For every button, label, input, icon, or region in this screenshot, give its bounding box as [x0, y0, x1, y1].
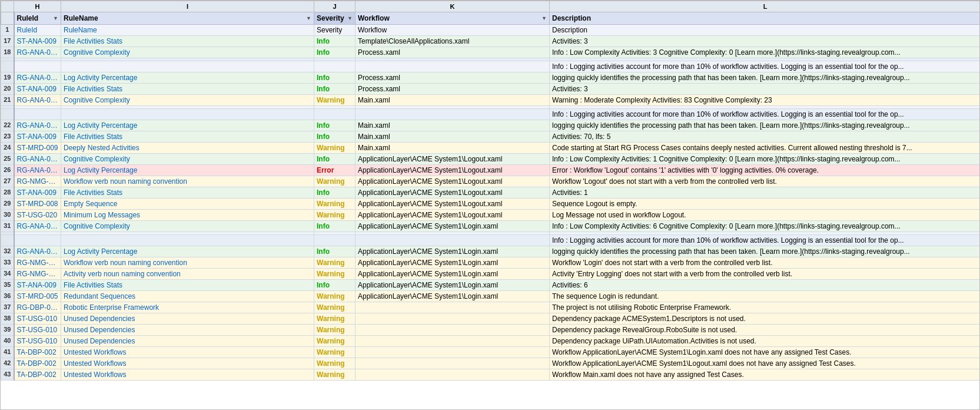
cell-rulename: File Activities Stats: [61, 84, 314, 95]
table-row: 30ST-USG-020Minimum Log MessagesWarningA…: [1, 210, 981, 221]
row-number: 18: [1, 47, 14, 58]
cell-ruleid: TA-DBP-002: [14, 369, 61, 381]
table-row: 25RG-ANA-001Cognitive ComplexityInfoAppl…: [1, 154, 981, 165]
header-ruleid[interactable]: RuleId ▼: [14, 12, 61, 25]
cell-severity: Warning: [314, 347, 356, 358]
cell-description: Dependency package UiPath.UIAutomation.A…: [550, 336, 981, 347]
cell-description: Info : Low Complexity Activities: 1 Cogn…: [550, 154, 981, 165]
cell-workflow: Process.xaml: [356, 47, 550, 58]
cell-severity: Warning: [314, 313, 356, 325]
cell-severity: Warning: [314, 358, 356, 369]
cell-description: Workflow 'Login' does not start with a v…: [550, 257, 981, 269]
cell-ruleid: RG-NMG-002: [14, 269, 61, 280]
cell-rulename: Cognitive Complexity: [61, 154, 314, 165]
cell-workflow: Template\CloseAllApplications.xaml: [356, 36, 550, 47]
cell-workflow: [356, 347, 550, 358]
cell-workflow: [356, 325, 550, 336]
column-headers-row: RuleId ▼ RuleName ▼ Severity ▼: [1, 12, 981, 25]
header-rulename-label: RuleName: [64, 14, 98, 22]
cell-workflow: ApplicationLayer\ACME System1\Logout.xam…: [356, 199, 550, 210]
table-row: 20ST-ANA-009File Activities StatsInfoPro…: [1, 84, 981, 95]
severity-badge: Severity: [317, 26, 342, 34]
cell-rulename: Untested Workflows: [61, 347, 314, 358]
row-number: 23: [1, 131, 14, 143]
cell-workflow: [356, 61, 550, 72]
row-number: 32: [1, 246, 14, 257]
cell-description: Activity 'Entry Logging' does not start …: [550, 269, 981, 280]
cell-severity: Error: [314, 165, 356, 176]
cell-ruleid: ST-MRD-009: [14, 143, 61, 154]
cell-rulename: Untested Workflows: [61, 358, 314, 369]
col-letter-l: L: [550, 1, 981, 12]
table-row: 40ST-USG-010Unused DependenciesWarningDe…: [1, 336, 981, 347]
row-number: 33: [1, 257, 14, 269]
cell-ruleid: [14, 109, 61, 120]
filter-arrow-ruleid[interactable]: ▼: [53, 15, 58, 21]
cell-workflow: [356, 358, 550, 369]
cell-description: Dependency package ACMESystem1.Descripto…: [550, 313, 981, 325]
row-number: 21: [1, 95, 14, 106]
severity-badge: Info: [317, 222, 330, 230]
severity-badge: Warning: [317, 348, 345, 356]
cell-rulename: Unused Dependencies: [61, 336, 314, 347]
cell-workflow: ApplicationLayer\ACME System1\Login.xaml: [356, 269, 550, 280]
cell-rulename: Log Activity Percentage: [61, 120, 314, 131]
cell-workflow: Main.xaml: [356, 95, 550, 106]
cell-ruleid: RG-ANA-001: [14, 221, 61, 232]
cell-severity: Warning: [314, 302, 356, 313]
filter-arrow-workflow[interactable]: ▼: [542, 15, 547, 21]
header-description[interactable]: Description: [550, 12, 981, 25]
cell-description: Activities: 70, lfs: 5: [550, 131, 981, 143]
cell-severity: Info: [314, 36, 356, 47]
table-row: 31RG-ANA-001Cognitive ComplexityInfoAppl…: [1, 221, 981, 232]
cell-rulename: Activity verb noun naming convention: [61, 269, 314, 280]
table-row: 35ST-ANA-009File Activities StatsInfoApp…: [1, 280, 981, 291]
cell-description: Workflow ApplicationLayer\ACME System1\L…: [550, 347, 981, 358]
filter-arrow-severity[interactable]: ▼: [347, 15, 353, 21]
table-row: 18RG-ANA-001Cognitive ComplexityInfoProc…: [1, 47, 981, 58]
row-number: 19: [1, 72, 14, 84]
corner-cell: [1, 1, 14, 12]
severity-badge: Info: [317, 121, 330, 130]
cell-description: Code starting at Start RG Process Cases …: [550, 143, 981, 154]
severity-badge: Info: [317, 48, 330, 57]
cell-ruleid: RG-ANA-001: [14, 154, 61, 165]
table-row: 37RG-DBP-006Robotic Enterprise Framework…: [1, 302, 981, 313]
header-rulename[interactable]: RuleName ▼: [61, 12, 314, 25]
cell-rulename: RuleName: [61, 25, 314, 36]
cell-workflow: Workflow: [356, 25, 550, 36]
row-number: 30: [1, 210, 14, 221]
spreadsheet: H I J K L RuleId ▼ RuleName ▼: [0, 0, 980, 410]
cell-rulename: Unused Dependencies: [61, 325, 314, 336]
cell-ruleid: RG-NMG-001: [14, 257, 61, 269]
cell-ruleid: RG-DBP-006: [14, 302, 61, 313]
cell-workflow: ApplicationLayer\ACME System1\Logout.xam…: [356, 154, 550, 165]
row-number: 42: [1, 358, 14, 369]
table-row: 42TA-DBP-002Untested WorkflowsWarningWor…: [1, 358, 981, 369]
cell-description: Info : Logging activities account for mo…: [550, 109, 981, 120]
filter-arrow-rulename[interactable]: ▼: [306, 15, 311, 21]
header-ruleid-label: RuleId: [17, 14, 39, 22]
severity-badge: Info: [317, 37, 330, 45]
cell-rulename: Cognitive Complexity: [61, 221, 314, 232]
cell-workflow: [356, 369, 550, 381]
header-severity[interactable]: Severity ▼: [314, 12, 356, 25]
cell-workflow: ApplicationLayer\ACME System1\Login.xaml: [356, 246, 550, 257]
severity-badge: Info: [317, 189, 330, 197]
table-row: 32RG-ANA-003Log Activity PercentageInfoA…: [1, 246, 981, 257]
row-number: 22: [1, 120, 14, 131]
row-number: [1, 235, 14, 246]
cell-severity: Warning: [314, 176, 356, 187]
cell-workflow: Process.xaml: [356, 72, 550, 84]
table-row: 34RG-NMG-002Activity verb noun naming co…: [1, 269, 981, 280]
table-row: 21RG-ANA-001Cognitive ComplexityWarningM…: [1, 95, 981, 106]
cell-ruleid: RG-ANA-001: [14, 47, 61, 58]
table-row: 19RG-ANA-003Log Activity PercentageInfoP…: [1, 72, 981, 84]
cell-ruleid: ST-USG-020: [14, 210, 61, 221]
severity-badge: Info: [317, 155, 330, 163]
header-workflow[interactable]: Workflow ▼: [356, 12, 550, 25]
row-number: 37: [1, 302, 14, 313]
cell-description: Log Message not used in workflow Logout.: [550, 210, 981, 221]
cell-ruleid: ST-MRD-008: [14, 199, 61, 210]
severity-badge: Warning: [317, 96, 345, 104]
